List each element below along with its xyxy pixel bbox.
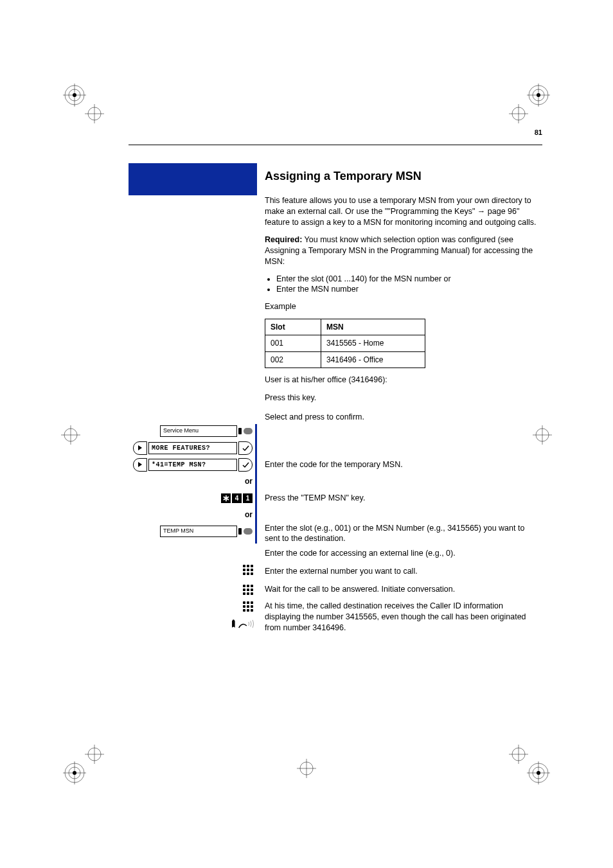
- registration-mark-tl: [63, 84, 86, 107]
- table-row: 001 3415565 - Home: [265, 335, 425, 351]
- key-star-icon: ∗: [221, 493, 231, 503]
- confirm-check-icon: [238, 458, 253, 472]
- td-msn: 3416496 - Office: [321, 351, 425, 368]
- step-text: Enter the code for the temporary MSN.: [265, 459, 403, 470]
- table-row: 002 3416496 - Office: [265, 351, 425, 368]
- left-column: Service Menu MORE FEATURES? *41=TEM: [129, 163, 257, 640]
- crosshair-icon: [85, 745, 104, 764]
- td-slot: 002: [265, 351, 321, 368]
- bullet-item: Enter the slot (001 ...140) for the MSN …: [276, 274, 541, 285]
- registration-mark-tr: [527, 84, 550, 107]
- confirm-check-icon: [238, 441, 253, 455]
- key-oval-icon: [244, 428, 253, 434]
- step-wait-call: Wait for the call to be answered. Initia…: [265, 581, 541, 597]
- step-text: Enter the code for accessing an external…: [265, 548, 456, 559]
- step-enter-ext-code: Enter the code for accessing an external…: [265, 545, 541, 561]
- intro-paragraph: This feature allows you to use a tempora…: [265, 195, 541, 228]
- crosshair-icon: [297, 759, 316, 778]
- step-enter-ext-num: Enter the external number you want to ca…: [265, 563, 541, 579]
- display-more-features: MORE FEATURES?: [148, 442, 237, 454]
- required-paragraph: Required: You must know which selection …: [265, 235, 541, 267]
- crosshair-icon: [61, 425, 80, 445]
- step-press-temp-key: Press the "TEMP MSN" key.: [265, 491, 541, 506]
- svg-point-43: [233, 619, 235, 621]
- registration-mark-br: [527, 761, 550, 784]
- arrow-right-icon: →: [477, 207, 486, 216]
- bullet-item: Enter the MSN number: [276, 284, 541, 295]
- step-text: Enter the slot (e.g., 001) or the MSN Nu…: [265, 523, 541, 545]
- key-4-icon: 4: [232, 493, 242, 503]
- heading-blue-block: [129, 163, 257, 195]
- th-msn: MSN: [321, 319, 425, 335]
- step-enter-code-temp: Enter the code for the temporary MSN.: [265, 457, 541, 473]
- page-content: Service Menu MORE FEATURES? *41=TEM: [129, 163, 537, 640]
- keypad-icon: [243, 585, 254, 596]
- step-text: Press the "TEMP MSN" key.: [265, 493, 365, 504]
- keypad-icon: [243, 601, 254, 613]
- svg-marker-42: [138, 462, 142, 467]
- section-heading: Assigning a Temporary MSN: [265, 168, 541, 184]
- step-text: Wait for the call to be answered. Initia…: [265, 584, 455, 595]
- page-number: 81: [535, 128, 542, 136]
- step-text: Enter the external number you want to ca…: [265, 566, 418, 577]
- right-column: Assigning a Temporary MSN This feature a…: [257, 163, 541, 640]
- key-oval-icon: [244, 528, 253, 535]
- key-indicator-bar-icon: [238, 428, 242, 434]
- crosshair-icon: [509, 104, 528, 123]
- th-slot: Slot: [265, 319, 321, 335]
- key-1-icon: 1: [243, 493, 253, 503]
- service-menu-label: Service Menu: [160, 425, 237, 437]
- table-header-row: Slot MSN: [265, 319, 425, 335]
- msn-example-table: Slot MSN 001 3415565 - Home 002 3416496 …: [265, 319, 425, 368]
- or-label: or: [129, 477, 255, 486]
- talk-audio-icon: [230, 617, 254, 630]
- horizontal-rule: [129, 145, 542, 145]
- td-msn: 3415565 - Home: [321, 335, 425, 351]
- temp-msn-key-label: TEMP MSN: [160, 526, 237, 537]
- required-bullets: Enter the slot (001 ...140) for the MSN …: [265, 274, 541, 296]
- key-indicator-bar-icon: [238, 528, 242, 535]
- crosshair-icon: [509, 745, 528, 764]
- forward-arrow-icon: [133, 441, 147, 455]
- example-label: Example: [265, 301, 541, 312]
- step-text: Press this key.: [265, 393, 316, 403]
- keypad-icon: [243, 565, 254, 576]
- step-enter-slot: Enter the slot (e.g., 001) or the MSN Nu…: [265, 523, 541, 545]
- step-press-this-key: Press this key.: [265, 391, 541, 406]
- procedure-left: Service Menu MORE FEATURES? *41=TEM: [129, 424, 257, 544]
- step-text: Select and press to confirm.: [265, 412, 364, 423]
- code-keys: ∗ 4 1: [221, 493, 253, 503]
- td-slot: 001: [265, 335, 321, 351]
- registration-mark-bl: [63, 761, 86, 784]
- caller-id-note: At his time, the called destination rece…: [265, 601, 541, 633]
- required-label: Required:: [265, 235, 302, 244]
- forward-arrow-icon: [133, 458, 147, 472]
- svg-marker-41: [138, 445, 142, 450]
- user-office-line: User is at his/her office (3416496):: [265, 375, 541, 385]
- or-label: or: [129, 510, 255, 519]
- required-text: You must know which selection option was…: [265, 235, 533, 266]
- step-select-confirm: Select and press to confirm.: [265, 410, 541, 425]
- crosshair-icon: [85, 104, 104, 123]
- display-temp-msn-code: *41=TEMP MSN?: [148, 459, 237, 471]
